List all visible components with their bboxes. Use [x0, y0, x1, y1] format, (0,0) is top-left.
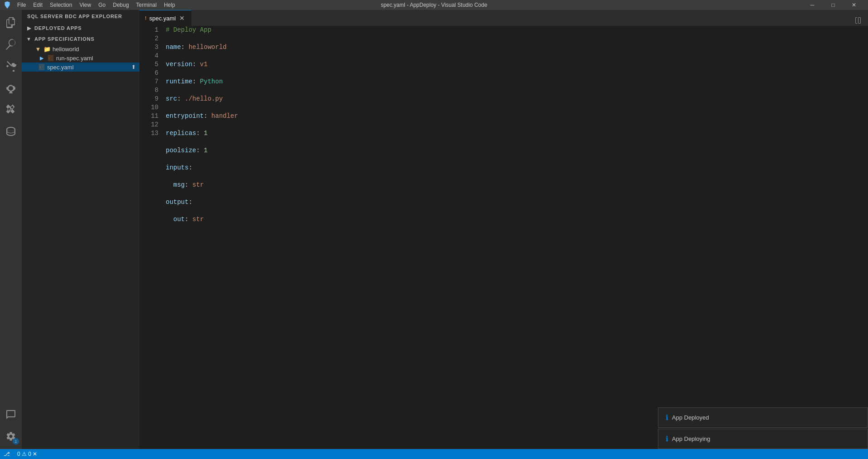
notification-deployed-text: App Deployed — [672, 414, 709, 421]
activity-feedback[interactable] — [0, 404, 22, 425]
app-icon — [4, 1, 11, 9]
run-spec-file-icon: ! — [47, 54, 54, 62]
app-specs-label: APP SPECIFICATIONS — [34, 36, 95, 42]
line-numbers: 1 2 3 4 5 6 7 8 9 10 11 12 13 — [139, 26, 162, 449]
run-spec-icon: ▶ — [38, 54, 45, 62]
tree-item-spec-yaml[interactable]: ! spec.yaml ⬆ — [22, 63, 139, 72]
activity-search[interactable] — [0, 34, 22, 55]
window-title: spec.yaml - AppDeploy - Visual Studio Co… — [381, 2, 487, 8]
menu-bar: File Edit Selection View Go Debug Termin… — [14, 2, 178, 8]
activity-scm[interactable] — [0, 55, 22, 77]
activity-bottom: 1 — [0, 404, 22, 449]
main-layout: 1 SQL SERVER BDC APP EXPLORER ▶ DEPLOYED… — [0, 10, 868, 449]
app-specs-section: ▼ APP SPECIFICATIONS ▼ 📁 helloworld ▶ ! — [22, 34, 139, 72]
deploy-action-icon[interactable]: ⬆ — [131, 64, 136, 70]
tab-spec-yaml[interactable]: ! spec.yaml ✕ — [139, 10, 192, 26]
notification-info-icon-2: ℹ — [666, 435, 668, 443]
tab-modified-icon: ! — [145, 15, 147, 21]
folder-icon: 📁 — [43, 45, 51, 53]
branch-icon: ⎇ — [4, 451, 10, 457]
editor-content: 1 2 3 4 5 6 7 8 9 10 11 12 13 # Deploy A… — [139, 26, 868, 449]
maximize-button[interactable]: □ — [823, 0, 844, 10]
activity-bar: 1 — [0, 10, 22, 449]
menu-debug[interactable]: Debug — [110, 2, 131, 8]
status-errors[interactable]: 0 ⚠ 0 ✕ — [14, 449, 41, 459]
deployed-apps-chevron: ▶ — [25, 24, 33, 32]
tab-label: spec.yaml — [149, 15, 176, 22]
notification-info-icon-1: ℹ — [666, 413, 668, 422]
editor-area: ! spec.yaml ✕ 1 2 3 4 5 6 7 — [139, 10, 868, 449]
menu-help[interactable]: Help — [161, 2, 178, 8]
settings-badge: 1 — [13, 438, 19, 445]
menu-selection[interactable]: Selection — [47, 2, 75, 8]
menu-file[interactable]: File — [14, 2, 29, 8]
activity-extensions[interactable] — [0, 99, 22, 121]
spec-yaml-actions: ⬆ — [131, 64, 136, 70]
menu-terminal[interactable]: Terminal — [134, 2, 159, 8]
menu-go[interactable]: Go — [96, 2, 108, 8]
title-bar: File Edit Selection View Go Debug Termin… — [0, 0, 868, 10]
errors-text: 0 ⚠ 0 ✕ — [17, 451, 37, 457]
sidebar: SQL SERVER BDC APP EXPLORER ▶ DEPLOYED A… — [22, 10, 139, 449]
folder-helloworld-label: helloworld — [53, 46, 136, 53]
notification-deploying-text: App Deploying — [672, 435, 710, 442]
activity-debug[interactable] — [0, 77, 22, 99]
tab-actions — [850, 15, 868, 26]
deployed-apps-section: ▶ DEPLOYED APPS — [22, 23, 139, 34]
notification-deployed: ℹ App Deployed — [658, 407, 868, 428]
tab-close-button[interactable]: ✕ — [178, 14, 186, 22]
sidebar-header: SQL SERVER BDC APP EXPLORER — [22, 10, 139, 23]
code-editor[interactable]: # Deploy App name: helloworld version: v… — [162, 26, 868, 449]
status-bar-left: ⎇ 0 ⚠ 0 ✕ — [0, 449, 41, 459]
run-spec-label: run-spec.yaml — [56, 55, 136, 62]
notification-deploying: ℹ App Deploying — [658, 429, 868, 449]
spec-file-icon: ! — [38, 63, 45, 71]
menu-edit[interactable]: Edit — [30, 2, 45, 8]
status-bar: ⎇ 0 ⚠ 0 ✕ — [0, 449, 868, 459]
notifications: ℹ App Deployed ℹ App Deploying — [658, 406, 868, 449]
tab-bar: ! spec.yaml ✕ — [139, 10, 868, 26]
tree-folder-helloworld[interactable]: ▼ 📁 helloworld — [22, 44, 139, 53]
menu-view[interactable]: View — [77, 2, 94, 8]
activity-explorer[interactable] — [0, 12, 22, 34]
spec-yaml-label: spec.yaml — [47, 64, 131, 71]
activity-settings[interactable]: 1 — [0, 425, 22, 447]
svg-text:!: ! — [48, 57, 50, 60]
app-specs-chevron: ▼ — [25, 35, 33, 43]
split-editor-icon[interactable] — [854, 15, 864, 26]
tree-item-run-spec[interactable]: ▶ ! run-spec.yaml — [22, 53, 139, 63]
deployed-apps-header[interactable]: ▶ DEPLOYED APPS — [22, 23, 139, 34]
app-specs-header[interactable]: ▼ APP SPECIFICATIONS — [22, 34, 139, 44]
status-branch[interactable]: ⎇ — [0, 449, 14, 459]
title-bar-left: File Edit Selection View Go Debug Termin… — [4, 1, 178, 9]
close-button[interactable]: ✕ — [844, 0, 864, 10]
svg-text:!: ! — [39, 66, 41, 69]
activity-sql[interactable] — [0, 121, 22, 142]
minimize-button[interactable]: ─ — [802, 0, 823, 10]
deployed-apps-label: DEPLOYED APPS — [34, 25, 82, 31]
folder-chevron-icon: ▼ — [34, 45, 42, 53]
window-controls: ─ □ ✕ — [802, 0, 864, 10]
